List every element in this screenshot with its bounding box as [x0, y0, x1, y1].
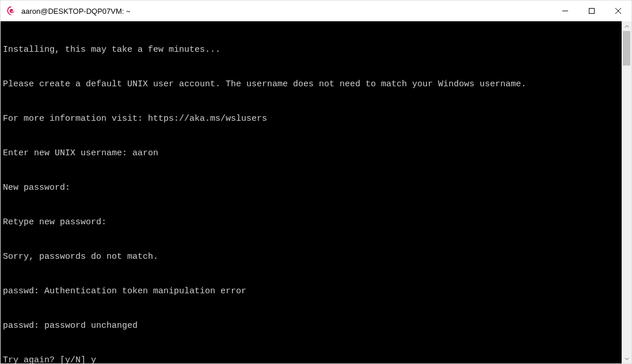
terminal-output[interactable]: Installing, this may take a few minutes.… — [1, 21, 622, 363]
terminal-line: Installing, this may take a few minutes.… — [3, 44, 619, 56]
client-area: Installing, this may take a few minutes.… — [1, 21, 631, 363]
scrollbar-down-button[interactable] — [622, 354, 631, 363]
close-button[interactable] — [605, 1, 631, 21]
window-controls — [552, 1, 631, 21]
terminal-line: Retype new password: — [3, 217, 619, 228]
vertical-scrollbar[interactable] — [622, 21, 631, 363]
terminal-window: aaron@DESKTOP-DQP07VM: ~ Installing, thi… — [0, 0, 632, 364]
titlebar-left: aaron@DESKTOP-DQP07VM: ~ — [1, 6, 552, 16]
window-title: aaron@DESKTOP-DQP07VM: ~ — [21, 7, 131, 16]
minimize-button[interactable] — [552, 1, 578, 21]
scrollbar-thumb[interactable] — [623, 31, 630, 66]
terminal-line: passwd: password unchanged — [3, 320, 619, 332]
terminal-line: passwd: Authentication token manipulatio… — [3, 286, 619, 297]
terminal-line: New password: — [3, 182, 619, 194]
titlebar[interactable]: aaron@DESKTOP-DQP07VM: ~ — [1, 1, 631, 21]
terminal-line: Please create a default UNIX user accoun… — [3, 79, 619, 90]
terminal-line: Try again? [y/N] y — [3, 355, 619, 363]
terminal-line: For more information visit: https://aka.… — [3, 113, 619, 125]
scrollbar-up-button[interactable] — [622, 21, 631, 31]
terminal-line: Sorry, passwords do not match. — [3, 251, 619, 263]
terminal-line: Enter new UNIX username: aaron — [3, 148, 619, 159]
maximize-button[interactable] — [578, 1, 605, 21]
debian-swirl-icon — [6, 6, 17, 16]
svg-rect-0 — [589, 9, 595, 14]
